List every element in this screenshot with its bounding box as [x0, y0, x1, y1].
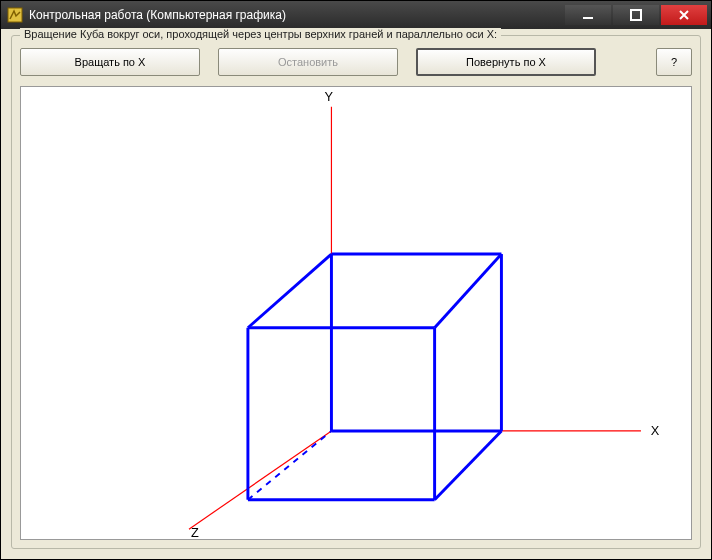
rotate-x-button[interactable]: Вращать по X — [20, 48, 200, 76]
window-controls — [565, 5, 707, 25]
stop-button[interactable]: Остановить — [218, 48, 398, 76]
axis-z — [189, 431, 331, 529]
window-title: Контрольная работа (Компьютерная графика… — [29, 8, 565, 22]
axis-label-x: X — [651, 423, 660, 438]
svg-line-6 — [248, 254, 332, 328]
svg-line-12 — [435, 431, 502, 500]
axis-label-y: Y — [325, 89, 334, 104]
minimize-button[interactable] — [565, 5, 611, 25]
maximize-button[interactable] — [613, 5, 659, 25]
svg-line-14 — [248, 431, 332, 500]
groupbox-legend: Вращение Куба вокруг оси, проходящей чер… — [20, 28, 501, 40]
turn-x-button[interactable]: Повернуть по X — [416, 48, 596, 76]
scene-svg: X Y Z — [21, 87, 691, 539]
app-icon — [7, 7, 23, 23]
svg-rect-2 — [631, 10, 641, 20]
axis-label-z: Z — [191, 525, 199, 539]
client-area: Вращение Куба вокруг оси, проходящей чер… — [1, 29, 711, 559]
close-button[interactable] — [661, 5, 707, 25]
svg-line-4 — [435, 254, 502, 328]
rotation-groupbox: Вращение Куба вокруг оси, проходящей чер… — [11, 35, 701, 549]
app-window: Контрольная работа (Компьютерная графика… — [0, 0, 712, 560]
viewport-canvas: X Y Z — [20, 86, 692, 540]
svg-rect-1 — [583, 17, 593, 19]
help-button[interactable]: ? — [656, 48, 692, 76]
titlebar: Контрольная работа (Компьютерная графика… — [1, 1, 711, 29]
toolbar: Вращать по X Остановить Повернуть по X ? — [20, 48, 692, 76]
